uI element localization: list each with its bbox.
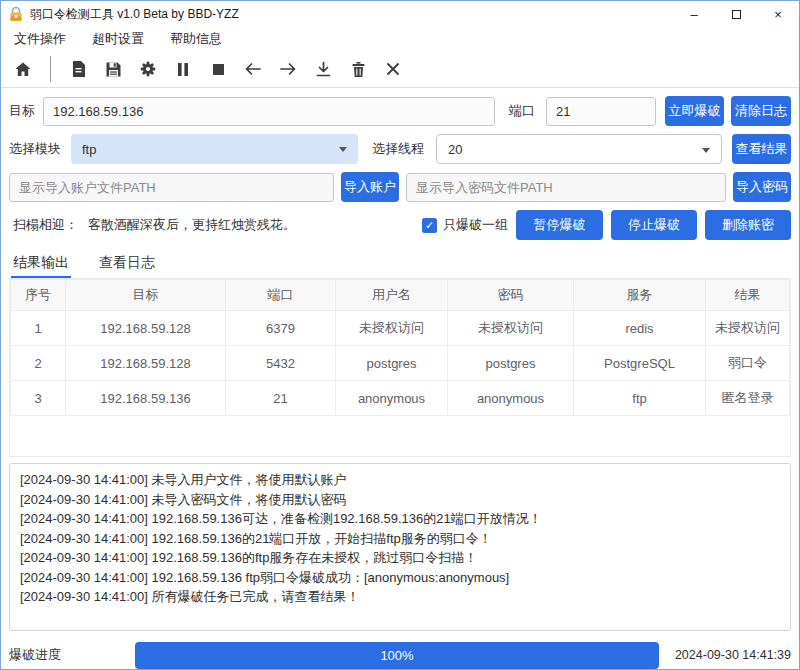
progress-bar: 100% — [135, 642, 659, 669]
thread-label: 选择线程 — [372, 140, 424, 158]
tab-view-log[interactable]: 查看日志 — [97, 252, 157, 278]
cell-result: 未授权访问 — [706, 311, 790, 346]
col-target: 目标 — [66, 280, 226, 311]
results-table: 序号 目标 端口 用户名 密码 服务 结果 1 192.168.59.128 6… — [10, 279, 790, 416]
cell-service: PostgreSQL — [574, 346, 706, 381]
module-value: ftp — [82, 142, 96, 157]
col-service: 服务 — [574, 280, 706, 311]
thread-select[interactable]: 20 — [436, 134, 722, 164]
stop-icon[interactable] — [208, 59, 228, 79]
home-icon[interactable] — [13, 59, 33, 79]
single-group-checkbox[interactable] — [422, 218, 437, 233]
finish-timestamp: 2024-09-30 14:41:39 — [659, 648, 791, 662]
view-result-button[interactable]: 查看结果 — [732, 134, 791, 164]
table-row[interactable]: 2 192.168.59.128 5432 postgres postgres … — [11, 346, 790, 381]
module-row: 选择模块 ftp 选择线程 20 查看结果 — [9, 133, 791, 165]
cell-index: 1 — [11, 311, 66, 346]
log-line: [2024-09-30 14:41:00] 未导入用户文件，将使用默认账户 — [20, 470, 780, 490]
progress-row: 爆破进度 100% 2024-09-30 14:41:39 — [9, 641, 791, 669]
import-account-button[interactable]: 导入账户 — [341, 172, 399, 202]
port-label: 端口 — [509, 102, 535, 120]
cell-username: anonymous — [336, 381, 448, 416]
arrow-left-icon[interactable] — [243, 59, 263, 79]
import-password-button[interactable]: 导入密码 — [733, 172, 791, 202]
greeting-label: 扫榻相迎： — [13, 216, 78, 234]
close-window-button[interactable]: × — [757, 1, 799, 27]
cell-service: redis — [574, 311, 706, 346]
clear-log-button[interactable]: 清除日志 — [731, 96, 791, 126]
single-group-label: 只爆破一组 — [443, 216, 508, 234]
col-index: 序号 — [11, 280, 66, 311]
arrow-right-icon[interactable] — [278, 59, 298, 79]
password-path-input[interactable] — [406, 173, 726, 202]
chevron-down-icon — [339, 147, 347, 152]
col-password: 密码 — [448, 280, 574, 311]
cell-password: 未授权访问 — [448, 311, 574, 346]
cell-target: 192.168.59.136 — [66, 381, 226, 416]
table-row[interactable]: 3 192.168.59.136 21 anonymous anonymous … — [11, 381, 790, 416]
log-line: [2024-09-30 14:41:00] 192.168.59.136 ftp… — [20, 568, 780, 588]
cell-result: 匿名登录 — [706, 381, 790, 416]
app-window: 弱口令检测工具 v1.0 Beta by BBD-YZZ – × 文件操作 超时… — [0, 0, 800, 670]
progress-label: 爆破进度 — [9, 646, 135, 664]
progress-percent: 100% — [380, 648, 413, 663]
stop-brute-button[interactable]: 停止爆破 — [611, 210, 697, 240]
col-username: 用户名 — [336, 280, 448, 311]
tab-result-output[interactable]: 结果输出 — [11, 252, 71, 278]
port-input[interactable] — [546, 97, 656, 126]
menu-timeout-settings[interactable]: 超时设置 — [92, 30, 144, 48]
log-line: [2024-09-30 14:41:00] 未导入密码文件，将使用默认密码 — [20, 490, 780, 510]
target-row: 目标 端口 立即爆破 清除日志 — [9, 95, 791, 127]
title-bar: 弱口令检测工具 v1.0 Beta by BBD-YZZ – × — [1, 1, 799, 27]
module-select[interactable]: ftp — [71, 134, 358, 164]
gear-icon[interactable] — [138, 59, 158, 79]
log-output[interactable]: [2024-09-30 14:41:00] 未导入用户文件，将使用默认账户 [2… — [9, 463, 791, 631]
delete-credentials-button[interactable]: 删除账密 — [705, 210, 791, 240]
cell-username: postgres — [336, 346, 448, 381]
log-line: [2024-09-30 14:41:00] 所有爆破任务已完成，请查看结果！ — [20, 587, 780, 607]
import-row: 导入账户 导入密码 — [9, 171, 791, 203]
cell-port: 21 — [226, 381, 336, 416]
save-icon[interactable] — [103, 59, 123, 79]
form-area: 目标 端口 立即爆破 清除日志 选择模块 ftp 选择线程 20 查看结果 导入… — [1, 88, 799, 279]
download-icon[interactable] — [313, 59, 333, 79]
log-line: [2024-09-30 14:41:00] 192.168.59.136可达，准… — [20, 509, 780, 529]
table-row[interactable]: 1 192.168.59.128 6379 未授权访问 未授权访问 redis … — [11, 311, 790, 346]
file-icon[interactable] — [68, 59, 88, 79]
col-port: 端口 — [226, 280, 336, 311]
greeting-text: 客散酒醒深夜后，更持红烛赏残花。 — [88, 216, 296, 234]
menu-file-operations[interactable]: 文件操作 — [14, 30, 66, 48]
cell-port: 6379 — [226, 311, 336, 346]
col-result: 结果 — [706, 280, 790, 311]
options-row: 扫榻相迎： 客散酒醒深夜后，更持红烛赏残花。 只爆破一组 暂停爆破 停止爆破 删… — [9, 209, 791, 241]
brute-now-button[interactable]: 立即爆破 — [665, 96, 724, 126]
menu-help-info[interactable]: 帮助信息 — [170, 30, 222, 48]
cell-result: 弱口令 — [706, 346, 790, 381]
cell-index: 2 — [11, 346, 66, 381]
cell-password: postgres — [448, 346, 574, 381]
cell-index: 3 — [11, 381, 66, 416]
maximize-icon — [732, 10, 741, 19]
log-line: [2024-09-30 14:41:00] 192.168.59.136的21端… — [20, 529, 780, 549]
results-table-container: 序号 目标 端口 用户名 密码 服务 结果 1 192.168.59.128 6… — [9, 279, 791, 457]
account-path-input[interactable] — [9, 173, 334, 202]
toolbar-separator — [50, 56, 51, 82]
maximize-button[interactable] — [715, 1, 757, 27]
pause-brute-button[interactable]: 暂停爆破 — [516, 210, 603, 240]
toolbar — [1, 51, 799, 88]
minimize-button[interactable]: – — [673, 1, 715, 27]
pause-icon[interactable] — [173, 59, 193, 79]
cell-password: anonymous — [448, 381, 574, 416]
log-line: [2024-09-30 14:41:00] 192.168.59.136的ftp… — [20, 548, 780, 568]
target-input[interactable] — [43, 97, 495, 126]
module-label: 选择模块 — [9, 140, 71, 158]
cell-username: 未授权访问 — [336, 311, 448, 346]
cell-port: 5432 — [226, 346, 336, 381]
trash-icon[interactable] — [348, 59, 368, 79]
result-tabs: 结果输出 查看日志 — [9, 243, 791, 279]
cell-service: ftp — [574, 381, 706, 416]
cell-target: 192.168.59.128 — [66, 346, 226, 381]
cell-target: 192.168.59.128 — [66, 311, 226, 346]
target-label: 目标 — [9, 102, 43, 120]
close-icon[interactable] — [383, 59, 403, 79]
